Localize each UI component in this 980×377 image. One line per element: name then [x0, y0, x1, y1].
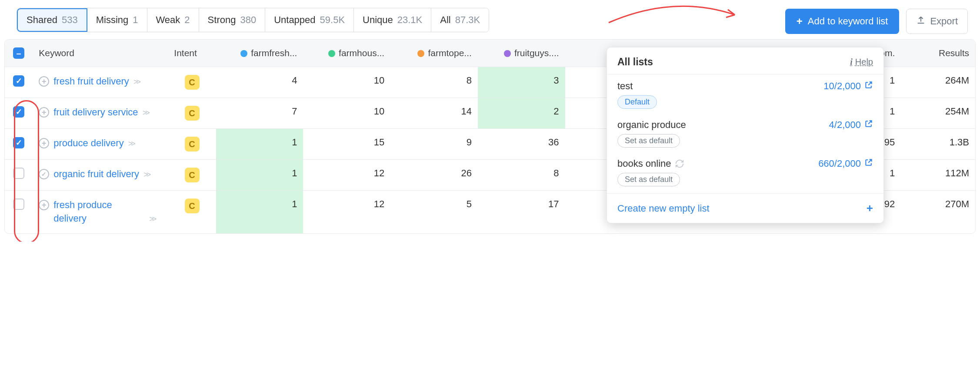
tab-count: 87.3K [455, 14, 480, 26]
chevrons-icon: >> [133, 77, 139, 86]
info-icon: i [850, 57, 853, 67]
list-count[interactable]: 660/2,000 [818, 158, 873, 169]
cell-results: 264M [901, 67, 975, 98]
row-checkbox[interactable] [13, 199, 24, 210]
cell-c1: 7 [216, 98, 303, 129]
tab-count: 380 [240, 14, 256, 26]
tab-untapped[interactable]: Untapped 59.5K [265, 8, 354, 32]
tab-weak[interactable]: Weak 2 [147, 8, 199, 32]
row-checkbox[interactable] [13, 168, 24, 179]
cell-c3: 26 [390, 160, 478, 191]
cell-c1: 1 [216, 129, 303, 160]
tab-count: 1 [133, 14, 138, 26]
plus-icon: + [797, 15, 803, 27]
cell-c3: 9 [390, 129, 478, 160]
keyword-list-item[interactable]: test 10/2,000 Default [607, 74, 883, 113]
cell-c4: 2 [478, 98, 565, 129]
chevrons-icon: >> [128, 139, 134, 148]
export-button[interactable]: Export [906, 9, 968, 34]
popover-footer: Create new empty list + [607, 194, 883, 223]
tab-missing[interactable]: Missing 1 [87, 8, 147, 32]
check-circle-icon[interactable]: ✓ [39, 169, 49, 179]
plus-icon[interactable]: + [867, 202, 873, 215]
default-badge: Default [617, 95, 657, 109]
tab-unique[interactable]: Unique 23.1K [354, 8, 431, 32]
button-label: Export [930, 16, 958, 27]
keyword-link[interactable]: fruit delivery service [53, 106, 138, 119]
plus-circle-icon[interactable]: + [39, 76, 49, 87]
cell-c4: 36 [478, 129, 565, 160]
col-keyword[interactable]: Keyword [33, 40, 168, 67]
keyword-link[interactable]: organic fruit delivery [53, 168, 139, 181]
set-default-button[interactable]: Set as default [617, 134, 680, 148]
list-count[interactable]: 10/2,000 [823, 81, 873, 92]
col-competitor-3[interactable]: farmtope... [390, 40, 478, 67]
col-competitor-2[interactable]: farmhous... [303, 40, 390, 67]
cell-c2: 10 [303, 67, 390, 98]
external-link-icon [864, 158, 873, 169]
list-name: test [617, 81, 633, 92]
popover-title: All lists [617, 56, 653, 68]
keyword-link[interactable]: produce delivery [53, 137, 123, 150]
row-checkbox[interactable] [13, 106, 24, 118]
intent-badge: C [185, 137, 200, 151]
intent-badge: C [185, 106, 200, 121]
plus-circle-icon[interactable]: + [39, 200, 49, 210]
keyword-link[interactable]: fresh produce delivery [53, 199, 145, 226]
keyword-lists-popover: All lists i Help test 10/2,000 Default o… [607, 47, 884, 223]
chevrons-icon: >> [143, 108, 148, 117]
tab-all[interactable]: All 87.3K [431, 8, 489, 32]
dot-icon [417, 50, 424, 57]
tab-label: Strong [208, 14, 236, 26]
external-link-icon [864, 119, 873, 131]
tab-count: 533 [62, 14, 78, 26]
cell-results: 270M [901, 191, 975, 233]
top-actions: + Add to keyword list Export [785, 9, 968, 34]
tab-shared[interactable]: Shared 533 [17, 8, 87, 32]
filter-tabs: Shared 533 Missing 1 Weak 2 Strong 380 U… [17, 8, 489, 32]
popover-header: All lists i Help [607, 47, 883, 74]
add-to-keyword-list-button[interactable]: + Add to keyword list [785, 9, 900, 34]
tab-count: 2 [184, 14, 190, 26]
keyword-link[interactable]: fresh fruit delivery [53, 75, 129, 88]
tab-label: Untapped [274, 14, 315, 26]
dot-icon [240, 50, 247, 57]
cell-results: 254M [901, 98, 975, 129]
cell-c1: 1 [216, 191, 303, 233]
create-new-list-link[interactable]: Create new empty list [617, 203, 710, 214]
list-count[interactable]: 4/2,000 [829, 119, 873, 131]
tab-label: All [440, 14, 450, 26]
cell-c4: 3 [478, 67, 565, 98]
keyword-list-item[interactable]: books online 660/2,000 Set as default [607, 152, 883, 191]
row-checkbox[interactable] [13, 75, 24, 87]
keyword-list-item[interactable]: organic produce 4/2,000 Set as default [607, 113, 883, 152]
upload-icon [916, 15, 926, 27]
tab-label: Missing [96, 14, 129, 26]
col-competitor-4[interactable]: fruitguys.... [478, 40, 565, 67]
chevrons-icon: >> [149, 215, 155, 223]
select-all-checkbox[interactable] [13, 47, 24, 59]
tab-count: 59.5K [320, 14, 345, 26]
cell-c2: 15 [303, 129, 390, 160]
intent-badge: C [185, 75, 200, 90]
plus-circle-icon[interactable]: + [39, 138, 49, 148]
col-intent[interactable]: Intent [168, 40, 216, 67]
help-link[interactable]: i Help [850, 57, 873, 67]
tab-strong[interactable]: Strong 380 [199, 8, 266, 32]
cell-c3: 14 [390, 98, 478, 129]
cell-c1: 1 [216, 160, 303, 191]
row-checkbox[interactable] [13, 137, 24, 148]
col-competitor-1[interactable]: farmfresh... [216, 40, 303, 67]
arrow-annotation [604, 1, 748, 27]
chevrons-icon: >> [143, 170, 149, 179]
cell-c3: 5 [390, 191, 478, 233]
dot-icon [328, 50, 335, 57]
cell-c4: 8 [478, 160, 565, 191]
set-default-button[interactable]: Set as default [617, 173, 680, 186]
col-results[interactable]: Results [901, 40, 975, 67]
cell-c2: 12 [303, 160, 390, 191]
cell-results: 1.3B [901, 129, 975, 160]
intent-badge: C [185, 199, 200, 213]
plus-circle-icon[interactable]: + [39, 107, 49, 118]
list-name: organic produce [617, 119, 686, 131]
